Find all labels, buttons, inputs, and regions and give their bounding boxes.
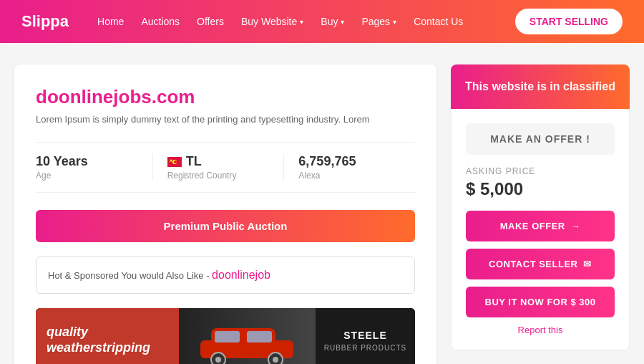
start-selling-button[interactable]: START SELLING (515, 9, 623, 34)
left-panel: doonlinejobs.com Lorem Ipsum is simply d… (14, 64, 436, 364)
age-label: Age (36, 171, 138, 181)
svg-point-12 (273, 357, 278, 363)
classified-banner: This website is in classified (451, 64, 630, 109)
svg-rect-13 (215, 331, 240, 343)
ad-car (179, 308, 315, 364)
buy-now-button[interactable]: BUY IT NOW FOR $ 300 (466, 287, 615, 317)
sponsored-text: Hot & Sponsored You would Also Like - (48, 270, 212, 281)
ad-brand: Steele (343, 330, 386, 341)
nav-home[interactable]: Home (97, 16, 124, 27)
country-value: TL (167, 154, 270, 169)
asking-price-value: $ 5,000 (466, 179, 615, 199)
page-content: doonlinejobs.com Lorem Ipsum is simply d… (0, 64, 644, 364)
site-description: Lorem Ipsum is simply dummy text of the … (36, 114, 415, 125)
car-icon (193, 315, 301, 364)
ad-banner: qualityweatherstripping Steele RUBBER PR… (36, 308, 415, 364)
country-label: Registred Country (167, 171, 270, 181)
asking-price-label: ASKING PRICE (466, 166, 615, 176)
site-title: doonlinejobs.com (36, 86, 415, 108)
svg-rect-14 (247, 331, 272, 343)
navbar: Slippa Home Auctions Offers Buy Website … (0, 0, 644, 43)
nav-offers[interactable]: Offers (197, 16, 224, 27)
chevron-down-icon: ▾ (341, 18, 344, 26)
age-value: 10 Years (36, 154, 138, 169)
site-stats: 10 Years Age TL Re (36, 142, 415, 193)
ad-sub: RUBBER PRODUCTS (324, 344, 407, 352)
sponsored-box: Hot & Sponsored You would Also Like - do… (36, 257, 415, 294)
nav-buy-website[interactable]: Buy Website ▾ (241, 16, 303, 27)
envelope-icon: ✉ (583, 259, 592, 269)
stat-age: 10 Years Age (36, 154, 153, 181)
stat-country: TL Registred Country (153, 154, 285, 181)
svg-point-11 (215, 357, 221, 363)
arrow-right-icon: → (571, 221, 581, 231)
svg-point-6 (174, 161, 177, 163)
sponsored-link[interactable]: doonlinejob (212, 269, 270, 281)
ad-right: Steele RUBBER PRODUCTS (315, 308, 415, 364)
chevron-down-icon: ▾ (300, 18, 303, 26)
premium-auction-button[interactable]: Premium Public Auction (36, 210, 415, 242)
nav-contact-us[interactable]: Contact Us (414, 16, 463, 27)
make-offer-button[interactable]: MAKE OFFER → (466, 211, 615, 241)
nav-buy[interactable]: Buy ▾ (321, 16, 344, 27)
chevron-down-icon: ▾ (393, 18, 396, 26)
nav-pages[interactable]: Pages ▾ (361, 16, 396, 27)
alexa-label: Alexa (298, 171, 401, 181)
right-panel: This website is in classified MAKE AN OF… (451, 64, 630, 364)
ad-text: qualityweatherstripping (47, 325, 150, 355)
right-card: MAKE AN OFFER ! ASKING PRICE $ 5,000 MAK… (451, 109, 630, 350)
stat-alexa: 6,759,765 Alexa (284, 154, 415, 181)
logo[interactable]: Slippa (21, 12, 69, 31)
report-link[interactable]: Report this (466, 325, 615, 335)
make-offer-light-button[interactable]: MAKE AN OFFER ! (466, 123, 615, 155)
alexa-value: 6,759,765 (298, 154, 401, 169)
flag-icon (167, 157, 182, 167)
nav-links: Home Auctions Offers Buy Website ▾ Buy ▾… (97, 16, 515, 27)
ad-left: qualityweatherstripping (36, 308, 179, 364)
nav-auctions[interactable]: Auctions (141, 16, 180, 27)
contact-seller-button[interactable]: CONTACT SELLER ✉ (466, 249, 615, 279)
